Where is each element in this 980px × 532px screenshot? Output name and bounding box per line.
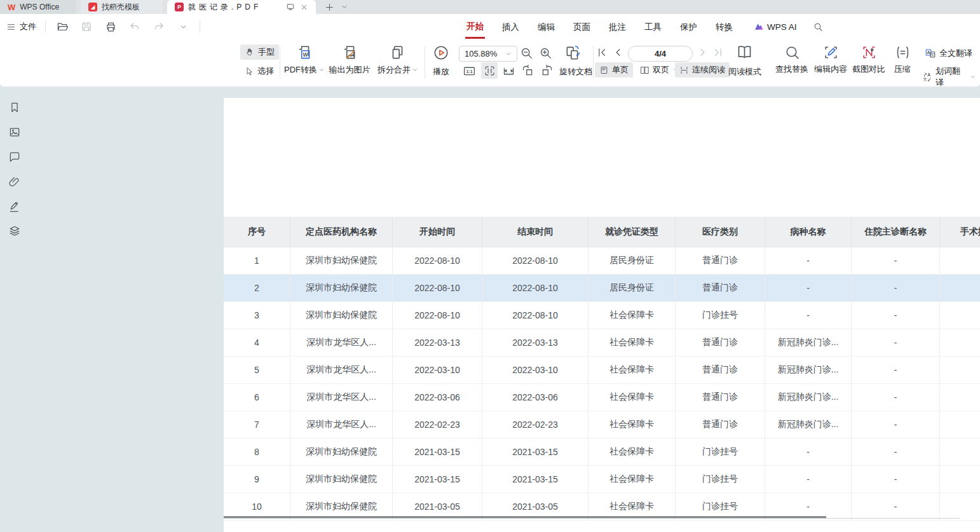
ribbon-tab-comment[interactable]: 批注 (608, 16, 627, 38)
edit-content-button[interactable]: 编辑内容 (812, 44, 850, 75)
table-row[interactable]: 3深圳市妇幼保健院2022-08-102022-08-10社会保障卡门诊挂号--… (224, 302, 980, 329)
table-row[interactable]: 2深圳市妇幼保健院2022-08-102022-08-10居民身份证普通门诊--… (224, 275, 980, 302)
page-indicator-input[interactable]: 4/4 (628, 46, 693, 62)
table-row[interactable]: 1深圳市妇幼保健院2022-08-102022-08-10居民身份证普通门诊--… (224, 247, 980, 275)
last-page-button[interactable] (712, 46, 724, 61)
wps-ai-button[interactable]: WPS AI (754, 22, 797, 32)
tab-list-chevron-icon[interactable] (341, 3, 348, 11)
print-button[interactable] (103, 19, 118, 34)
select-tool-button[interactable]: 选择 (240, 64, 278, 79)
swap-pages-icon (564, 44, 581, 61)
search-icon[interactable] (813, 22, 824, 32)
find-replace-button[interactable]: 查找替换 (773, 44, 811, 75)
new-tab-icon[interactable] (325, 3, 334, 12)
split-merge-button[interactable]: 拆分合并 (375, 44, 421, 76)
divider (45, 20, 46, 33)
table-row[interactable]: 6深圳市龙华区人...2022-03-062022-03-06社会保障卡普通门诊… (224, 384, 980, 411)
fit-page-button[interactable] (481, 62, 498, 79)
next-page-button[interactable] (697, 46, 709, 61)
table-header-row: 序号定点医药机构名称开始时间结束时间就诊凭证类型医疗类别病种名称住院主诊断名称手… (224, 217, 980, 247)
column-header: 就诊凭证类型 (589, 217, 676, 247)
close-tab-icon[interactable] (300, 3, 308, 11)
table-cell: 2022-02-23 (393, 411, 482, 439)
continuous-read-icon (679, 65, 689, 75)
screenshot-compare-button[interactable]: 截图对比 (850, 44, 888, 75)
ribbon-tab-insert[interactable]: 插入 (501, 16, 521, 38)
rotate-right-button[interactable] (540, 64, 554, 80)
actual-size-button[interactable]: 1:1 (463, 64, 476, 80)
fit-width-button[interactable] (502, 64, 515, 80)
first-page-button[interactable] (596, 46, 608, 61)
ribbon-tab-edit[interactable]: 编辑 (536, 16, 556, 38)
next-page-icon (697, 46, 709, 58)
save-button[interactable] (79, 19, 94, 34)
read-mode-button[interactable] (736, 44, 753, 64)
tab-docer-templates[interactable]: ◢ 找稻壳模板 (81, 0, 163, 14)
hand-tool-button[interactable]: 手型 (240, 44, 279, 60)
layers-panel-button[interactable] (8, 224, 22, 238)
ribbon-tab-convert[interactable]: 转换 (714, 16, 734, 38)
comment-panel-button[interactable] (8, 150, 22, 164)
fulltext-translate-button[interactable]: A文 全文翻译 (920, 46, 977, 61)
word-translate-button[interactable]: A文 划词翻译 (918, 64, 980, 90)
attachment-panel-button[interactable] (8, 175, 22, 189)
rotate-left-button[interactable] (521, 64, 534, 80)
zoom-out-button[interactable] (520, 46, 533, 62)
ribbon-tab-home[interactable]: 开始 (465, 15, 485, 39)
play-button[interactable] (433, 44, 449, 64)
pdf-page[interactable]: 序号定点医药机构名称开始时间结束时间就诊凭证类型医疗类别病种名称住院主诊断名称手… (224, 98, 980, 532)
table-cell: 2022-03-13 (393, 329, 482, 357)
table-row[interactable]: 4深圳市龙华区人...2022-03-132022-03-13社会保障卡普通门诊… (224, 329, 980, 357)
table-row[interactable]: 9深圳市妇幼保健院2021-03-152021-03-15社会保障卡门诊挂号--… (224, 466, 980, 493)
split-merge-icon (390, 44, 406, 61)
save-icon (81, 21, 92, 32)
open-file-button[interactable] (55, 19, 70, 34)
redo-button[interactable] (151, 19, 167, 34)
single-page-button[interactable]: 单页 (595, 62, 633, 78)
table-cell: 2021-03-15 (393, 466, 482, 493)
redo-icon (153, 21, 165, 32)
table-cell: 4 (224, 329, 290, 357)
single-page-label: 单页 (612, 64, 629, 76)
ribbon-tab-tools[interactable]: 工具 (643, 16, 663, 38)
comment-icon (8, 151, 21, 163)
zoom-level-select[interactable]: 105.88% (459, 46, 517, 62)
table-cell: 社会保障卡 (589, 384, 676, 411)
ribbon-tab-protect[interactable]: 保护 (679, 16, 698, 38)
divider (200, 20, 200, 33)
continuous-read-button[interactable]: 连续阅读 (675, 62, 730, 78)
swap-pages-button[interactable] (564, 44, 581, 64)
signature-panel-button[interactable] (8, 200, 22, 214)
table-cell: 2022-03-10 (482, 357, 589, 384)
read-mode-label: 阅读模式 (728, 66, 761, 78)
monitor-icon[interactable] (286, 3, 295, 11)
file-menu-button[interactable]: 文件 (6, 21, 36, 32)
undo-button[interactable] (127, 19, 142, 34)
zoom-in-button[interactable] (539, 46, 552, 62)
tab-document-active[interactable]: P 就医记录.PDF (167, 0, 316, 14)
ribbon-tab-page[interactable]: 页面 (572, 16, 592, 38)
pdf-convert-button[interactable]: W PDF转换 (283, 44, 325, 76)
fit-width-icon (502, 64, 515, 78)
zoom-in-icon (539, 46, 552, 60)
thumbnail-panel-button[interactable] (8, 125, 22, 139)
table-row[interactable]: 5深圳市龙华区人...2022-03-102022-03-10社会保障卡普通门诊… (224, 357, 980, 384)
edit-content-icon (823, 44, 839, 60)
column-header: 结束时间 (482, 217, 589, 247)
tab-wps-office[interactable]: W WPS Office (0, 0, 76, 14)
export-image-button[interactable]: 输出为图片 (327, 44, 372, 76)
column-header: 住院主诊断名称 (852, 217, 940, 247)
table-cell: 社会保障卡 (589, 439, 676, 466)
bookmark-panel-button[interactable] (8, 100, 22, 114)
table-cell: 深圳市妇幼保健院 (290, 247, 393, 275)
table-cell: - (852, 439, 940, 466)
table-cell: 普通门诊 (676, 329, 765, 357)
table-row[interactable]: 7深圳市龙华区人...2022-02-232022-02-23社会保障卡普通门诊… (224, 411, 980, 439)
prev-page-button[interactable] (612, 46, 624, 61)
table-cell: - (765, 466, 852, 493)
compress-button[interactable]: 压缩 (889, 44, 916, 75)
quick-access-chevron[interactable] (175, 19, 191, 34)
table-row[interactable]: 8深圳市妇幼保健院2021-03-152021-03-15社会保障卡门诊挂号--… (224, 439, 980, 466)
table-cell: - (765, 247, 852, 275)
svg-text:A: A (927, 72, 930, 77)
